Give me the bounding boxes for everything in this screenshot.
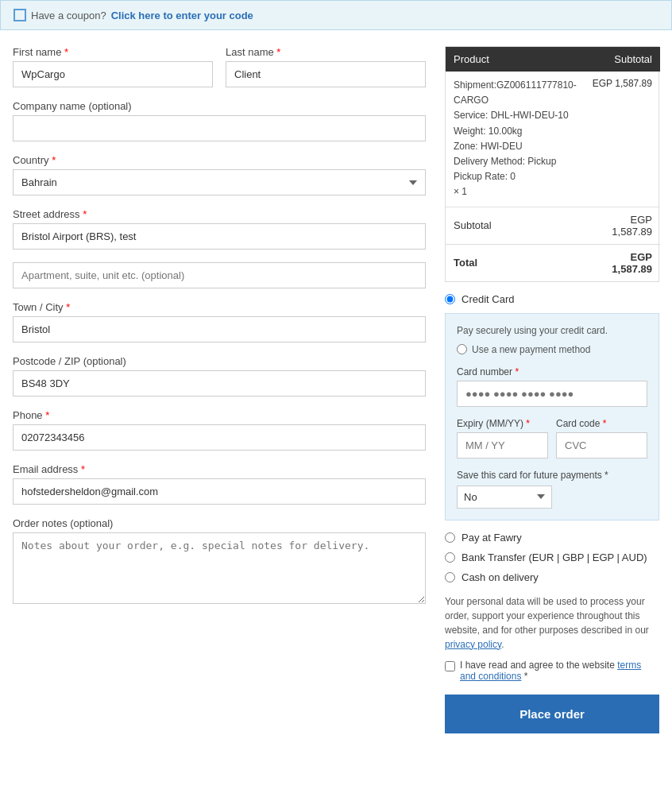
terms-row: I have read and agree to the website ter… [445,660,659,682]
order-table: Product Subtotal Shipment:GZ006111777810… [446,47,660,281]
credit-card-label: Credit Card [462,293,514,305]
product-price: EGP 1,587.89 [585,72,660,207]
phone-input[interactable] [13,424,426,451]
terms-text: I have read and agree to the website ter… [460,660,659,682]
order-notes-input[interactable] [13,532,426,604]
email-field: Email address * [13,463,426,505]
pay-fawry-label: Pay at Fawry [462,532,522,544]
bank-transfer-option[interactable]: Bank Transfer (EUR | GBP | EGP | AUD) [445,551,659,563]
credit-card-desc: Pay securely using your credit card. [457,325,647,336]
use-new-method-label: Use a new payment method [472,344,590,355]
street-address-label: Street address * [13,208,426,220]
subtotal-row: Subtotal EGP 1,587.89 [446,207,660,244]
expiry-label: Expiry (MM/YY) * [457,418,548,429]
company-name-label: Company name (optional) [13,100,426,112]
place-order-button[interactable]: Place order [445,695,659,733]
save-card-label: Save this card for future payments * [457,470,647,481]
bank-transfer-label: Bank Transfer (EUR | GBP | EGP | AUD) [462,551,647,563]
cc-expiry-code-row: Expiry (MM/YY) * Card code * [457,418,647,459]
street-address2-input[interactable] [13,262,426,288]
last-name-field: Last name * [226,46,426,87]
coupon-bar: Have a coupon? Click here to enter your … [0,0,672,30]
coupon-link[interactable]: Click here to enter your code [111,10,253,21]
order-summary: Product Subtotal Shipment:GZ006111777810… [445,46,659,282]
postcode-label: Postcode / ZIP (optional) [13,355,426,367]
country-select[interactable]: Bahrain [13,169,426,195]
expiry-field: Expiry (MM/YY) * [457,418,548,459]
street-address-field: Street address * [13,208,426,250]
country-field: Country * Bahrain [13,154,426,195]
company-name-field: Company name (optional) [13,100,426,141]
coupon-icon [14,9,26,21]
cash-delivery-radio[interactable] [445,572,455,582]
pay-fawry-option[interactable]: Pay at Fawry [445,532,659,544]
total-label: Total [446,244,585,281]
town-input[interactable] [13,316,426,342]
right-column: Product Subtotal Shipment:GZ006111777810… [445,46,659,733]
terms-link[interactable]: terms and conditions [460,660,641,682]
card-code-label: Card code * [556,418,647,429]
privacy-policy-link[interactable]: privacy policy [445,639,501,650]
postcode-input[interactable] [13,370,426,397]
order-notes-field: Order notes (optional) [13,517,426,606]
col-product: Product [446,47,585,72]
company-name-input[interactable] [13,115,426,141]
billing-form: First name * Last name * Company name (o… [13,46,426,733]
subtotal-label: Subtotal [446,207,585,244]
town-label: Town / City * [13,301,426,313]
pay-fawry-radio[interactable] [445,532,455,543]
credit-card-box: Pay securely using your credit card. Use… [445,313,659,520]
bank-transfer-radio[interactable] [445,552,455,563]
expiry-input[interactable] [457,432,548,459]
terms-checkbox[interactable] [445,661,455,671]
total-row: Total EGP 1,587.89 [446,244,660,281]
postcode-field: Postcode / ZIP (optional) [13,355,426,397]
privacy-text: Your personal data will be used to proce… [445,594,659,652]
card-number-label: Card number * [457,366,647,377]
subtotal-value: EGP 1,587.89 [585,207,660,244]
first-name-label: First name * [13,46,213,58]
payment-section: Credit Card Pay securely using your cred… [445,293,659,733]
street-address-input[interactable] [13,223,426,250]
phone-label: Phone * [13,409,426,421]
coupon-text: Have a coupon? [31,10,106,21]
town-field: Town / City * [13,301,426,342]
product-desc: Shipment:GZ006111777810-CARGO Service: D… [446,72,585,207]
col-subtotal: Subtotal [585,47,660,72]
first-name-input[interactable] [13,61,213,87]
first-name-field: First name * [13,46,213,87]
cash-delivery-label: Cash on delivery [462,571,539,583]
save-card-select[interactable]: No Yes [457,486,552,509]
country-label: Country * [13,154,426,166]
credit-card-radio[interactable] [445,294,455,304]
total-value: EGP 1,587.89 [585,244,660,281]
last-name-label: Last name * [226,46,426,58]
card-code-input[interactable] [556,432,647,459]
email-label: Email address * [13,463,426,475]
credit-card-option[interactable]: Credit Card [445,293,659,305]
cash-delivery-option[interactable]: Cash on delivery [445,571,659,583]
table-row: Shipment:GZ006111777810-CARGO Service: D… [446,72,660,207]
last-name-input[interactable] [226,61,426,87]
use-new-method-radio[interactable] [457,344,467,354]
card-code-field: Card code * [556,418,647,459]
phone-field: Phone * [13,409,426,451]
use-new-method-row: Use a new payment method [457,344,647,355]
email-input[interactable] [13,478,426,505]
order-notes-label: Order notes (optional) [13,517,426,529]
street-address2-field [13,262,426,288]
card-number-input[interactable] [457,381,647,407]
